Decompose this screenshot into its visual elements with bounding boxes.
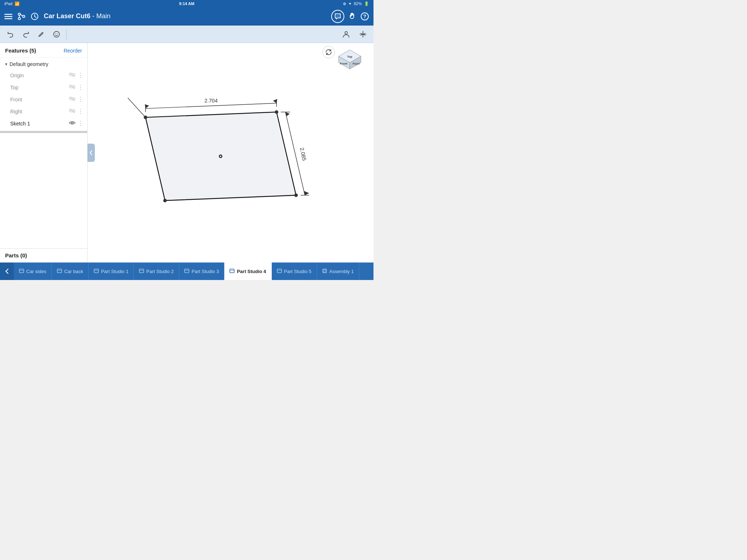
svg-marker-42 bbox=[145, 104, 149, 109]
svg-rect-58 bbox=[139, 269, 144, 273]
feature-name-front: Front bbox=[10, 97, 67, 102]
hand-icon[interactable] bbox=[348, 12, 357, 21]
svg-point-11 bbox=[338, 16, 339, 16]
tab-label-part-studio-2: Part Studio 2 bbox=[146, 269, 174, 274]
canvas-area[interactable]: Top Front Right bbox=[88, 43, 374, 262]
svg-point-3 bbox=[18, 13, 20, 15]
features-section: Features (5) Reorder ▾ Default geometry … bbox=[0, 43, 87, 248]
history-icon[interactable] bbox=[31, 12, 39, 20]
tab-icon-car-back bbox=[57, 268, 62, 275]
status-time: 9:14 AM bbox=[179, 1, 194, 6]
airplay-icon: ⊕ bbox=[343, 1, 346, 6]
battery-icon: 🔋 bbox=[364, 1, 369, 6]
tab-icon-part-studio-5 bbox=[277, 268, 282, 275]
svg-text:?: ? bbox=[363, 13, 367, 19]
svg-point-4 bbox=[23, 15, 25, 18]
svg-point-17 bbox=[345, 31, 348, 34]
tab-icon-part-studio-4 bbox=[229, 268, 235, 275]
tab-scroll-left[interactable] bbox=[0, 262, 14, 280]
help-icon[interactable]: ? bbox=[360, 12, 369, 21]
parts-section: Parts (0) bbox=[0, 248, 87, 262]
feature-item-origin[interactable]: Origin ⋮ bbox=[0, 69, 87, 81]
svg-text:2.085: 2.085 bbox=[299, 147, 307, 161]
visibility-icon-top[interactable] bbox=[69, 84, 76, 91]
feature-item-right[interactable]: Right ⋮ bbox=[0, 105, 87, 117]
person-icon-button[interactable] bbox=[339, 27, 353, 41]
group-header[interactable]: ▾ Default geometry bbox=[0, 58, 87, 69]
tab-label-part-studio-4: Part Studio 4 bbox=[237, 269, 266, 274]
tab-car-sides[interactable]: Car sides bbox=[14, 262, 52, 280]
sketch-canvas: 2.704 2.085 bbox=[88, 43, 374, 262]
main-layout: Features (5) Reorder ▾ Default geometry … bbox=[0, 43, 374, 262]
battery-label: 82% bbox=[354, 1, 362, 6]
visibility-icon-front[interactable] bbox=[69, 96, 76, 103]
svg-point-34 bbox=[220, 156, 221, 157]
comment-button[interactable] bbox=[331, 10, 344, 23]
tab-label-assembly-1: Assembly 1 bbox=[329, 269, 354, 274]
more-icon-origin[interactable]: ⋮ bbox=[78, 72, 84, 79]
undo-button[interactable] bbox=[4, 27, 18, 41]
tab-label-part-studio-1: Part Studio 1 bbox=[101, 269, 128, 274]
svg-point-20 bbox=[362, 34, 364, 35]
title-bar-actions: ? bbox=[331, 10, 369, 23]
title-bar: Car Laser Cut6 - Main ? bbox=[0, 7, 374, 26]
scale-icon-button[interactable] bbox=[356, 27, 370, 41]
bluetooth-icon: ✦ bbox=[348, 1, 352, 6]
more-icon-right[interactable]: ⋮ bbox=[78, 108, 84, 115]
svg-line-21 bbox=[70, 73, 75, 77]
tab-part-studio-2[interactable]: Part Studio 2 bbox=[134, 262, 179, 280]
svg-rect-56 bbox=[94, 269, 98, 273]
svg-rect-60 bbox=[185, 269, 189, 273]
tab-icon-part-studio-3 bbox=[184, 268, 189, 275]
tab-assembly-1[interactable]: Assembly 1 bbox=[317, 262, 359, 280]
status-bar: iPad 📶 9:14 AM ⊕ ✦ 82% 🔋 bbox=[0, 0, 374, 7]
tab-part-studio-3[interactable]: Part Studio 3 bbox=[179, 262, 224, 280]
tab-part-studio-4[interactable]: Part Studio 4 bbox=[224, 262, 271, 280]
sidebar: Features (5) Reorder ▾ Default geometry … bbox=[0, 43, 88, 262]
feature-name-top: Top bbox=[10, 85, 67, 90]
feature-item-sketch1[interactable]: Sketch 1 ⋮ bbox=[0, 117, 87, 129]
tab-icon-part-studio-1 bbox=[94, 268, 99, 275]
emoji-button[interactable] bbox=[50, 27, 63, 41]
feature-name-origin: Origin bbox=[10, 73, 67, 78]
visibility-icon-right[interactable] bbox=[69, 108, 76, 115]
device-label: iPad bbox=[4, 1, 12, 6]
feature-name-right: Right bbox=[10, 109, 67, 114]
status-left: iPad 📶 bbox=[4, 1, 20, 6]
tab-part-studio-5[interactable]: Part Studio 5 bbox=[272, 262, 317, 280]
more-icon-top[interactable]: ⋮ bbox=[78, 84, 84, 91]
tab-part-studio-1[interactable]: Part Studio 1 bbox=[89, 262, 134, 280]
branch-icon[interactable] bbox=[18, 12, 26, 20]
toolbar bbox=[0, 26, 374, 43]
reorder-button[interactable]: Reorder bbox=[63, 48, 82, 54]
tab-label-car-back: Car back bbox=[64, 269, 83, 274]
feature-item-top[interactable]: Top ⋮ bbox=[0, 81, 87, 93]
toolbar-divider bbox=[66, 29, 67, 39]
svg-rect-54 bbox=[57, 269, 62, 273]
svg-rect-67 bbox=[324, 270, 326, 272]
document-title: Car Laser Cut6 - Main bbox=[44, 12, 326, 20]
svg-rect-64 bbox=[277, 269, 282, 273]
menu-button[interactable] bbox=[4, 12, 12, 20]
parts-title: Parts (0) bbox=[5, 252, 27, 258]
svg-line-7 bbox=[20, 14, 23, 16]
more-icon-front[interactable]: ⋮ bbox=[78, 96, 84, 103]
svg-rect-1 bbox=[4, 16, 12, 17]
svg-point-14 bbox=[54, 31, 59, 37]
feature-item-front[interactable]: Front ⋮ bbox=[0, 93, 87, 105]
svg-point-25 bbox=[71, 122, 73, 124]
svg-marker-43 bbox=[273, 99, 278, 103]
tab-label-part-studio-3: Part Studio 3 bbox=[191, 269, 219, 274]
tab-car-back[interactable]: Car back bbox=[52, 262, 89, 280]
svg-rect-0 bbox=[4, 14, 12, 15]
more-icon-sketch1[interactable]: ⋮ bbox=[78, 120, 84, 127]
svg-point-16 bbox=[57, 33, 58, 34]
redo-button[interactable] bbox=[19, 27, 33, 41]
sidebar-divider bbox=[0, 131, 87, 133]
edit-button[interactable] bbox=[34, 27, 48, 41]
svg-point-36 bbox=[275, 110, 278, 114]
visibility-icon-sketch1[interactable] bbox=[69, 120, 76, 127]
collapse-sidebar-button[interactable] bbox=[88, 144, 95, 162]
svg-point-5 bbox=[18, 18, 20, 20]
visibility-icon-origin[interactable] bbox=[69, 72, 76, 79]
